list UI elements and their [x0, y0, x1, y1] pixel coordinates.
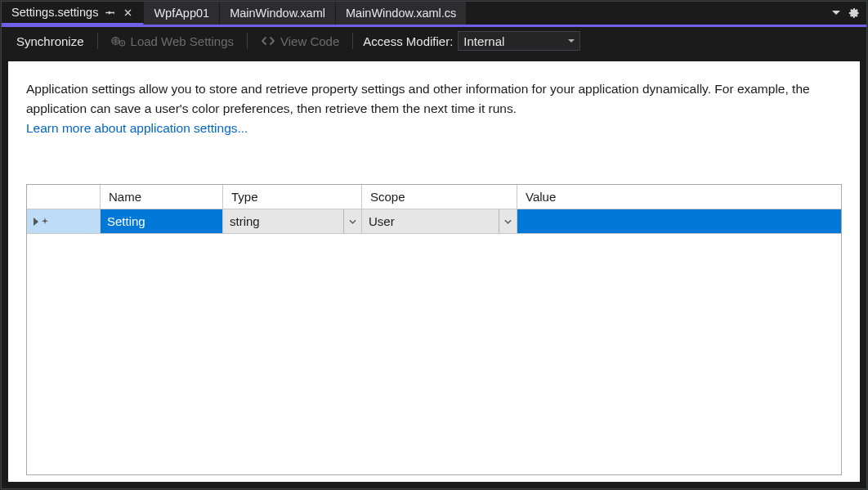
- pin-icon[interactable]: [105, 7, 115, 18]
- cell-type-value: string: [223, 214, 343, 228]
- tab-label: WpfApp01: [154, 7, 209, 20]
- synchronize-button[interactable]: Synchronize: [10, 33, 91, 50]
- scope-dropdown-button[interactable]: [499, 209, 517, 233]
- description-text: Application settings allow you to store …: [26, 79, 827, 138]
- overflow-dropdown-icon[interactable]: [832, 11, 840, 16]
- cell-value[interactable]: [517, 209, 841, 234]
- grid-header-row: Name Type Scope Value: [27, 185, 841, 209]
- settings-grid: Name Type Scope Value Setting string: [26, 184, 842, 475]
- close-icon[interactable]: [122, 7, 133, 18]
- load-web-settings-button: Load Web Settings: [105, 33, 240, 50]
- grid-header-value[interactable]: Value: [517, 185, 841, 209]
- settings-toolbar: Synchronize Load Web Settings View Code …: [2, 27, 866, 55]
- tab-mainwindow-xaml-cs[interactable]: MainWindow.xaml.cs: [336, 2, 467, 25]
- tab-settings-settings[interactable]: Settings.settings: [2, 2, 144, 25]
- grid-corner-header[interactable]: [27, 185, 101, 209]
- cell-name[interactable]: Setting: [101, 209, 223, 234]
- view-code-button: View Code: [254, 33, 346, 50]
- grid-header-type[interactable]: Type: [223, 185, 362, 209]
- grid-header-scope[interactable]: Scope: [362, 185, 517, 209]
- tab-label: Settings.settings: [11, 6, 98, 19]
- learn-more-link[interactable]: Learn more about application settings...: [26, 121, 248, 135]
- dropdown-value: Internal: [463, 34, 504, 48]
- chevron-down-icon: [568, 39, 575, 43]
- toolbar-separator: [97, 33, 98, 49]
- row-indicator[interactable]: [27, 209, 101, 234]
- access-modifier-label: Access Modifier:: [360, 34, 453, 48]
- svg-point-2: [121, 43, 123, 44]
- cell-type[interactable]: string: [223, 209, 362, 234]
- chevron-down-icon: [504, 219, 512, 224]
- tab-label: MainWindow.xaml: [230, 7, 325, 20]
- tab-wpfapp01[interactable]: WpfApp01: [144, 2, 220, 25]
- chevron-down-icon: [349, 219, 356, 224]
- tab-mainwindow-xaml[interactable]: MainWindow.xaml: [220, 2, 336, 25]
- grid-new-row[interactable]: Setting string User: [27, 209, 841, 234]
- code-icon: [261, 35, 275, 47]
- type-dropdown-button[interactable]: [343, 209, 361, 233]
- document-tab-strip: Settings.settings WpfApp01 MainWindow.xa…: [2, 2, 866, 25]
- grid-empty-area: [27, 234, 841, 474]
- tab-label: MainWindow.xaml.cs: [346, 7, 456, 20]
- settings-designer-surface: Application settings allow you to store …: [8, 61, 860, 482]
- web-settings-icon: [111, 34, 126, 47]
- new-row-star-icon: [41, 218, 49, 226]
- grid-header-name[interactable]: Name: [101, 185, 223, 209]
- toolbar-separator: [247, 33, 248, 49]
- access-modifier-dropdown[interactable]: Internal: [458, 31, 580, 51]
- toolbar-separator: [352, 33, 353, 49]
- current-row-icon: [34, 218, 40, 226]
- cell-scope-value: User: [362, 214, 499, 228]
- window-options-icon[interactable]: [848, 7, 860, 19]
- cell-scope[interactable]: User: [362, 209, 517, 234]
